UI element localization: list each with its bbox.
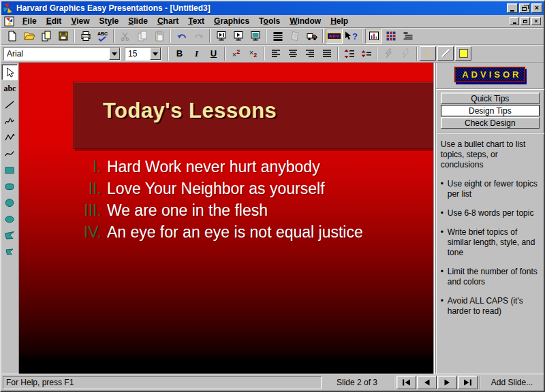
minimize-button[interactable] <box>507 3 518 13</box>
menu-window[interactable]: Window <box>285 16 326 27</box>
align-left-button[interactable] <box>267 46 284 61</box>
polygon-tool[interactable] <box>1 227 18 244</box>
menu-tools[interactable]: Tools <box>254 16 285 27</box>
menu-slide[interactable]: Slide <box>123 16 153 27</box>
increase-line-spacing-button[interactable] <box>341 46 358 61</box>
toolbar-separator <box>362 29 363 43</box>
menu-file[interactable]: File <box>18 16 42 27</box>
preview-screen-button[interactable] <box>247 29 264 44</box>
bold-button[interactable]: B <box>171 46 188 61</box>
freeform-shape-tool[interactable] <box>1 244 18 260</box>
next-slide-button[interactable] <box>437 376 457 389</box>
slide-sorter-view-button[interactable] <box>382 29 399 44</box>
tab-design-tips[interactable]: Design Tips <box>441 105 540 116</box>
font-family-combo[interactable]: Arial <box>3 47 121 61</box>
slide-canvas[interactable]: Today's Lessons I. Hard Work never hurt … <box>19 63 433 374</box>
outline-view-button[interactable] <box>399 29 416 44</box>
notes-pages-button[interactable] <box>269 29 286 44</box>
format-painter-button[interactable] <box>380 46 397 61</box>
menu-chart[interactable]: Chart <box>153 16 183 27</box>
polyline-tool[interactable] <box>1 129 18 146</box>
tab-quick-tips[interactable]: Quick Tips <box>441 93 540 104</box>
menu-style[interactable]: Style <box>95 16 124 27</box>
tab-check-design[interactable]: Check Design <box>441 117 540 129</box>
redo-arrow-icon <box>193 31 204 42</box>
justify-button[interactable] <box>318 46 335 61</box>
previous-slide-button[interactable] <box>417 376 437 389</box>
align-center-button[interactable] <box>284 46 301 61</box>
underline-button[interactable]: U <box>205 46 222 61</box>
screenshow-play-bar-icon <box>216 31 227 42</box>
paste-clipboard-icon <box>154 31 165 42</box>
mdi-restore-button[interactable] <box>520 17 530 25</box>
line-tool[interactable] <box>1 97 18 113</box>
text-tool[interactable]: abc <box>1 80 18 97</box>
select-tool[interactable] <box>1 64 18 80</box>
spell-check-button[interactable]: ABC <box>94 29 111 44</box>
export-show-button[interactable] <box>303 29 320 44</box>
menu-items: File Edit View Style Slide Chart Text Gr… <box>18 16 510 27</box>
ellipse-tool[interactable] <box>1 211 18 227</box>
slide-title[interactable]: Today's Lessons <box>103 99 277 123</box>
handout-button[interactable] <box>286 29 303 44</box>
subscript-button[interactable]: ×2 <box>245 46 262 61</box>
advisor-toggle-button[interactable]: ADV <box>326 29 343 44</box>
rectangle-tool[interactable] <box>1 162 18 178</box>
circle-tool[interactable] <box>1 195 18 211</box>
align-right-icon <box>305 49 315 59</box>
curve-tool[interactable] <box>1 146 18 162</box>
print-button[interactable] <box>77 29 94 44</box>
redo-button[interactable] <box>190 29 207 44</box>
rounded-rectangle-tool[interactable] <box>1 178 18 195</box>
run-screenshow-button[interactable] <box>213 29 230 44</box>
paste-button[interactable] <box>151 29 168 44</box>
font-size-combo[interactable]: 15 <box>125 47 161 61</box>
mdi-close-button[interactable]: × <box>531 17 541 25</box>
open-button[interactable] <box>20 29 37 44</box>
freehand-tool[interactable] <box>1 113 18 129</box>
list-item: IV. An eye for an eye is not equal justi… <box>19 222 401 242</box>
menu-text[interactable]: Text <box>183 16 209 27</box>
list-numeral: IV. <box>19 222 102 242</box>
copy-button[interactable] <box>134 29 151 44</box>
status-separator <box>479 376 480 389</box>
font-size-dropdown-button[interactable] <box>150 48 161 60</box>
spell-check-icon: ABC <box>97 31 108 42</box>
text-color-button[interactable]: A <box>420 46 436 61</box>
bullet-icon: • <box>441 208 448 218</box>
list-item: I. Hard Work never hurt anybody <box>19 157 401 177</box>
new-document-button[interactable] <box>3 29 20 44</box>
menu-edit[interactable]: Edit <box>42 16 67 27</box>
formatting-toolbar: Arial 15 B I U ×2 ×2 <box>1 45 544 63</box>
menu-help[interactable]: Help <box>326 16 353 27</box>
context-help-button[interactable]: ? <box>343 29 360 44</box>
menu-graphics[interactable]: Graphics <box>209 16 254 27</box>
preview-slide-button[interactable] <box>230 29 247 44</box>
first-slide-button[interactable] <box>396 376 416 389</box>
slide-editor-view-button[interactable] <box>365 29 382 44</box>
italic-button[interactable]: I <box>188 46 205 61</box>
restore-button[interactable] <box>519 3 530 13</box>
bullet-icon: • <box>441 267 448 287</box>
cut-button[interactable] <box>116 29 134 44</box>
slide-title-box[interactable]: Today's Lessons <box>73 82 433 149</box>
document-system-icon[interactable] <box>4 16 15 27</box>
superscript-button[interactable]: ×2 <box>228 46 245 61</box>
pickup-style-button[interactable] <box>397 46 414 61</box>
menu-view[interactable]: View <box>66 16 94 27</box>
decrease-line-spacing-button[interactable] <box>358 46 375 61</box>
slide-bullet-list[interactable]: I. Hard Work never hurt anybody II. Love… <box>19 157 401 244</box>
mdi-minimize-button[interactable] <box>510 17 519 25</box>
save-button[interactable] <box>54 29 72 44</box>
add-slide-button[interactable]: Add Slide... <box>482 378 542 387</box>
fill-color-button[interactable] <box>455 46 471 61</box>
close-button[interactable]: × <box>531 3 542 13</box>
copy-presentation-button[interactable] <box>37 29 54 44</box>
tool-palette: abc <box>1 63 19 374</box>
font-family-dropdown-button[interactable] <box>109 48 120 60</box>
line-color-button[interactable] <box>437 46 454 61</box>
align-right-button[interactable] <box>301 46 318 61</box>
last-slide-button[interactable] <box>458 376 478 389</box>
undo-button[interactable] <box>173 29 190 44</box>
rectangle-icon <box>4 165 15 176</box>
